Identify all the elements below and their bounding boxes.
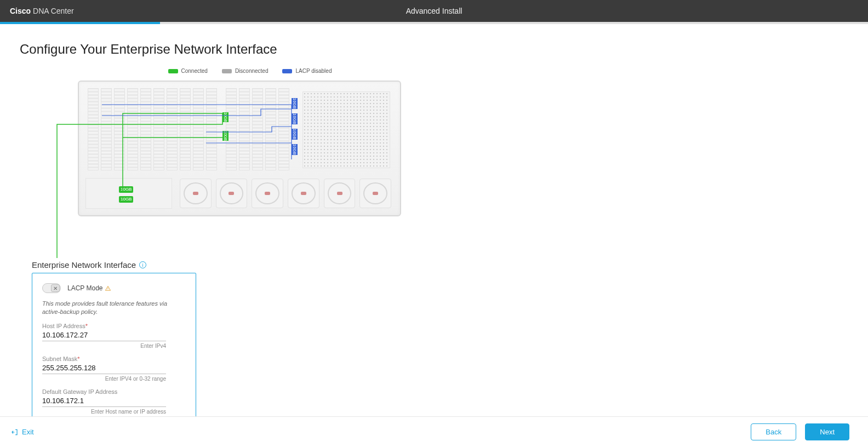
field-gateway: Default Gateway IP Address Enter Host na… [42,388,186,415]
exit-button-label: Exit [22,428,34,436]
brand-light: DNA Center [31,7,74,15]
page-title: Configure Your Enterprise Network Interf… [20,42,848,57]
exit-icon [11,428,19,436]
exit-button[interactable]: Exit [5,425,39,439]
lacp-toggle-row: ✕ LACP Mode [42,283,186,293]
field-subnet-help: Enter IPV4 or 0-32 range [42,376,166,382]
next-button[interactable]: Next [805,423,849,440]
enterprise-panel-wrap: Enterprise Network Interface i ✕ LACP Mo… [20,260,848,424]
legend-connected: Connected [168,68,208,74]
swatch-disconnected-icon [222,69,232,73]
wizard-footer: Exit Back Next [0,416,868,447]
field-subnet: Subnet Mask* Enter IPV4 or 0-32 range [42,356,186,382]
legend-lacp-label: LACP disabled [295,68,332,74]
legend-connected-label: Connected [181,68,208,74]
svg-point-1 [108,289,108,290]
brand: Cisco DNA Center [10,7,74,15]
field-gateway-help: Enter Host name or IP address [42,409,166,415]
header-bar: Cisco DNA Center Advanced Install [0,0,868,22]
header-subtitle: Advanced Install [406,7,462,15]
subnet-mask-input[interactable] [42,362,166,374]
footer-actions: Back Next [751,423,849,440]
field-subnet-label: Subnet Mask* [42,356,186,362]
swatch-lacp-icon [282,69,292,73]
warning-icon [105,285,111,291]
brand-bold: Cisco [10,7,31,15]
legend-lacp-disabled: LACP disabled [282,68,332,74]
lacp-toggle-label-text: LACP Mode [67,284,102,292]
field-host-ip: Host IP Address* Enter IPv4 [42,323,186,349]
lacp-mode-description: This mode provides fault tolerance featu… [42,300,186,316]
host-ip-input[interactable] [42,329,166,341]
field-gateway-label: Default Gateway IP Address [42,388,186,395]
default-gateway-input[interactable] [42,395,166,407]
enterprise-panel-title: Enterprise Network Interface i [32,260,848,270]
field-host-ip-help: Enter IPv4 [42,343,166,349]
legend-disconnected-label: Disconnected [235,68,269,74]
appliance-diagram: 10GB 10GB 10GB 10GB 10GB 10GB 10GB 10GB [42,77,425,258]
field-host-ip-label: Host IP Address* [42,323,186,329]
swatch-connected-icon [168,69,178,73]
info-icon[interactable]: i [139,261,146,268]
page-body: Configure Your Enterprise Network Interf… [0,24,868,447]
enterprise-panel-title-text: Enterprise Network Interface [32,260,136,270]
lacp-toggle[interactable]: ✕ [42,283,61,293]
wiring-overlay [42,77,425,258]
back-button[interactable]: Back [751,423,796,440]
enterprise-panel: ✕ LACP Mode This mode provides fault tol… [32,273,196,424]
toggle-knob-icon: ✕ [51,284,60,292]
legend: Connected Disconnected LACP disabled [85,68,414,74]
legend-disconnected: Disconnected [222,68,269,74]
lacp-toggle-label: LACP Mode [67,284,111,292]
